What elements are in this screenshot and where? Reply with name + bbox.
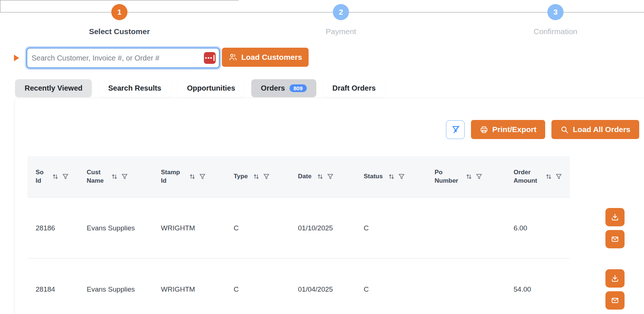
column-label: Date [298,172,312,180]
tab-label: Orders [261,84,285,92]
cell-order-amount: 54.00 [514,285,570,293]
download-order-button[interactable] [605,269,625,288]
cell-cust-name: Evans Supplies [87,224,161,232]
cell-type: C [234,285,298,293]
cell-date: 01/04/2025 [298,285,364,293]
sort-arrows-icon[interactable] [317,174,323,180]
row-actions [605,269,625,310]
cell-cust-name: Evans Supplies [87,285,161,293]
download-order-button[interactable] [605,208,625,226]
step-1-label: Select Customer [89,27,150,36]
order-row[interactable]: 28184 Evans Supplies WRIGHTM C 01/04/202… [15,259,644,314]
tab-draft-orders[interactable]: Draft Orders [323,79,385,97]
step-3-number: 3 [553,8,558,17]
funnel-icon[interactable] [555,174,562,180]
sort-arrows-icon[interactable] [466,174,472,180]
funnel-icon[interactable] [476,174,482,180]
pointer-triangle-icon [14,55,19,61]
step-2-number: 2 [339,8,343,17]
printer-icon [480,125,488,134]
column-header-type: Type [234,172,298,180]
tab-search-results[interactable]: Search Results [98,79,171,97]
results-tabbar: Recently Viewed Search Results Opportuni… [15,79,385,97]
funnel-icon[interactable] [62,174,69,180]
column-header-stamp-id: Stamp Id [161,168,234,185]
column-label: So Id [36,168,47,185]
column-header-status: Status [364,172,435,180]
orders-table-header: So Id Cust Name Stamp Id Type [28,156,570,197]
funnel-icon[interactable] [263,174,270,180]
step-3-circle[interactable]: 3 [547,4,564,20]
funnel-icon[interactable] [121,174,128,180]
print-export-button[interactable]: Print/Export [471,120,545,139]
customer-search-field [26,48,220,68]
orders-toolbar: Print/Export Load All Orders [446,120,639,139]
funnel-icon[interactable] [327,174,334,180]
column-header-so-id: So Id [36,168,87,185]
cell-type: C [234,224,298,232]
row-actions [605,208,625,248]
tab-opportunities[interactable]: Opportunities [177,79,245,97]
orders-count-badge: 809 [289,84,307,92]
step-3-label: Confirmation [533,27,577,36]
column-label: Stamp Id [161,168,184,185]
download-icon [611,213,619,222]
cell-status: C [364,224,435,232]
load-customers-button[interactable]: Load Customers [222,48,309,67]
order-row[interactable]: 28186 Evans Supplies WRIGHTM C 01/10/202… [15,197,644,259]
step-2-circle[interactable]: 2 [333,4,349,20]
tab-orders[interactable]: Orders 809 [251,79,316,97]
tab-recently-viewed[interactable]: Recently Viewed [15,79,92,97]
column-label: Order Amount [514,168,540,185]
step-1-circle[interactable]: 1 [111,4,127,20]
filter-slash-icon [451,125,460,134]
step-1-number: 1 [117,8,122,17]
top-border-line [0,0,239,0]
load-all-orders-button[interactable]: Load All Orders [551,120,639,139]
people-icon [229,53,237,62]
sort-arrows-icon[interactable] [189,174,195,180]
orders-table-body: 28186 Evans Supplies WRIGHTM C 01/10/202… [15,197,644,314]
sort-arrows-icon[interactable] [52,174,58,180]
step-2-label: Payment [326,27,356,36]
tab-label: Search Results [108,84,161,92]
column-header-order-amount: Order Amount [514,168,570,185]
column-header-po-number: Po Number [435,168,514,185]
email-icon [611,296,619,305]
download-icon [611,274,619,283]
email-order-button[interactable] [605,230,625,248]
cell-date: 01/10/2025 [298,224,364,232]
sort-arrows-icon[interactable] [546,174,552,180]
sort-arrows-icon[interactable] [388,174,395,180]
column-header-cust-name: Cust Name [87,168,161,185]
cell-order-amount: 6.00 [514,224,570,232]
tab-label: Draft Orders [332,84,376,92]
column-label: Cust Name [87,168,106,185]
tab-label: Recently Viewed [25,84,82,92]
cell-status: C [364,285,435,293]
orders-panel: Print/Export Load All Orders So Id Cust … [15,98,644,314]
customer-search-input[interactable] [27,48,204,67]
email-order-button[interactable] [605,291,625,310]
sort-arrows-icon[interactable] [253,174,259,180]
email-icon [611,235,619,244]
sort-arrows-icon[interactable] [111,174,118,180]
print-export-label: Print/Export [492,125,536,134]
cell-so-id: 28186 [36,224,87,232]
funnel-icon[interactable] [398,174,405,180]
cell-stamp-id: WRIGHTM [161,224,234,232]
funnel-icon[interactable] [199,174,206,180]
column-label: Status [364,172,383,180]
column-label: Type [234,172,248,180]
search-icon [560,125,569,134]
left-border-line [0,0,0,12]
cell-stamp-id: WRIGHTM [161,285,234,293]
column-label: Po Number [435,168,460,185]
cell-so-id: 28184 [36,285,87,293]
load-customers-label: Load Customers [241,53,302,62]
load-all-orders-label: Load All Orders [573,125,630,134]
tab-label: Opportunities [187,84,235,92]
form-fill-icon[interactable] [204,52,216,64]
column-header-date: Date [298,172,364,180]
clear-filters-button[interactable] [446,120,465,139]
